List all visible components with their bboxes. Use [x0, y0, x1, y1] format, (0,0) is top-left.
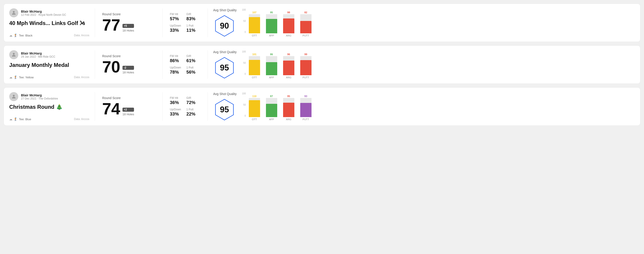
- gir-value: 72%: [186, 100, 197, 105]
- gir-stat: GIR 72%: [186, 96, 197, 105]
- stats-section: FW Hit 86% GIR 61% Up/Down 78% 1 Putt 56…: [163, 50, 208, 79]
- round-score-block: Round Score 70 -2 18 Holes: [102, 54, 134, 75]
- score-section: Round Score 74 +2 18 Holes: [95, 92, 163, 121]
- bar-value-ott: 107: [252, 11, 256, 14]
- bar-group-arg: 95: [282, 95, 296, 117]
- quality-section: Avg Shot Quality 90 100 50 0 107: [208, 8, 635, 37]
- hexagon: 95: [213, 98, 236, 121]
- round-score-label: Round Score: [102, 12, 134, 16]
- score-details: -2 18 Holes: [122, 66, 134, 74]
- tee-info: ☁ 🏌 Tee: Black: [9, 33, 32, 37]
- bar-value-app: 87: [270, 95, 273, 98]
- bar-group-app: 95: [265, 11, 278, 33]
- score-row: 77 +5 18 Holes: [102, 17, 134, 33]
- chart-label-putt: PUTT: [299, 34, 313, 37]
- left-section: Blair McHarg 29 Jan 2022 · Mill Ride GCC…: [9, 50, 95, 79]
- round-title: 40 Mph Winds... Links Golf 🌬: [9, 20, 89, 26]
- score-number: 70: [102, 59, 120, 75]
- fw-hit-value: 36%: [170, 100, 181, 105]
- one-putt-stat: 1 Putt 56%: [186, 66, 197, 75]
- up-down-label: Up/Down: [170, 66, 181, 69]
- up-down-label: Up/Down: [170, 108, 181, 111]
- bar-group-putt: 99: [299, 53, 313, 75]
- date-course: 12 Feb 2022 · Royal North Devon GC: [21, 13, 66, 16]
- quality-section: Avg Shot Quality 95 100 50 0 101: [208, 50, 635, 79]
- chart-label-app: APP: [265, 34, 278, 37]
- date-course: 27 Dec 2021 · The Oxfordshire: [21, 97, 58, 100]
- one-putt-value: 56%: [186, 70, 197, 75]
- gir-label: GIR: [186, 96, 197, 100]
- up-down-value: 33%: [170, 28, 181, 33]
- holes-label: 18 Holes: [122, 113, 134, 116]
- hexagon-score: 90: [220, 21, 229, 31]
- up-down-stat: Up/Down 33%: [170, 108, 181, 117]
- chart-label-app: APP: [265, 76, 278, 79]
- data-source: Data: Arccos: [74, 34, 89, 37]
- gir-label: GIR: [186, 54, 197, 58]
- chart-label-ott: OTT: [248, 34, 261, 37]
- bar-group-app: 86: [265, 53, 278, 75]
- bar-group-ott: 110: [248, 95, 261, 117]
- bottom-info: ☁ 🏌 Tee: Black Data: Arccos: [9, 33, 89, 37]
- chart-label-ott: OTT: [248, 118, 261, 121]
- chart-label-arg: ARG: [282, 34, 296, 37]
- avatar: [9, 92, 18, 101]
- bar-group-ott: 101: [248, 53, 261, 75]
- bag-icon: 🏌: [14, 117, 18, 121]
- tee-label: Tee: Blue: [19, 118, 31, 121]
- score-row: 74 +2 18 Holes: [102, 101, 134, 117]
- score-row: 70 -2 18 Holes: [102, 59, 134, 75]
- one-putt-label: 1 Putt: [186, 108, 197, 111]
- bar-value-arg: 98: [288, 11, 290, 14]
- user-info: Blair McHarg 12 Feb 2022 · Royal North D…: [21, 9, 66, 16]
- user-info: Blair McHarg 29 Jan 2022 · Mill Ride GCC: [21, 51, 55, 58]
- score-number: 74: [102, 101, 120, 117]
- svg-point-0: [13, 11, 15, 13]
- fw-hit-label: FW Hit: [170, 13, 181, 16]
- stats-grid: FW Hit 36% GIR 72% Up/Down 33% 1 Putt 22…: [170, 96, 198, 117]
- svg-point-2: [13, 53, 15, 55]
- round-score-label: Round Score: [102, 96, 134, 100]
- score-section: Round Score 70 -2 18 Holes: [95, 50, 163, 79]
- fw-hit-label: FW Hit: [170, 96, 181, 100]
- y-label-50: 50: [244, 62, 246, 64]
- y-label-0: 0: [244, 115, 246, 117]
- chart-container: 100 50 0 110 87 95: [242, 92, 629, 121]
- round-card-round-2: Blair McHarg 29 Jan 2022 · Mill Ride GCC…: [4, 45, 640, 84]
- up-down-label: Up/Down: [170, 24, 181, 27]
- round-title: Christmas Round 🎄: [9, 104, 89, 110]
- one-putt-stat: 1 Putt 22%: [186, 108, 197, 117]
- stats-grid: FW Hit 86% GIR 61% Up/Down 78% 1 Putt 56…: [170, 54, 198, 75]
- bar-group-app: 87: [265, 95, 278, 117]
- stats-section: FW Hit 57% GIR 83% Up/Down 33% 1 Putt 11…: [163, 8, 208, 37]
- round-card-round-3: Blair McHarg 27 Dec 2021 · The Oxfordshi…: [4, 87, 640, 126]
- up-down-value: 78%: [170, 70, 181, 75]
- bar-value-ott: 110: [252, 95, 256, 98]
- holes-label: 18 Holes: [122, 29, 134, 32]
- bar-value-app: 86: [270, 53, 273, 56]
- one-putt-value: 22%: [186, 112, 197, 117]
- bag-icon: 🏌: [14, 33, 18, 37]
- fw-hit-stat: FW Hit 57%: [170, 13, 181, 21]
- one-putt-label: 1 Putt: [186, 66, 197, 69]
- quality-label: Avg Shot Quality: [213, 92, 236, 96]
- bar-value-app: 95: [270, 11, 273, 14]
- gir-stat: GIR 61%: [186, 54, 197, 63]
- round-card-round-1: Blair McHarg 12 Feb 2022 · Royal North D…: [4, 3, 640, 42]
- bar-group-arg: 98: [282, 11, 296, 33]
- user-header: Blair McHarg 27 Dec 2021 · The Oxfordshi…: [9, 92, 89, 101]
- stats-grid: FW Hit 57% GIR 83% Up/Down 33% 1 Putt 11…: [170, 13, 198, 33]
- user-header: Blair McHarg 29 Jan 2022 · Mill Ride GCC: [9, 50, 89, 59]
- gir-label: GIR: [186, 13, 197, 16]
- fw-hit-value: 57%: [170, 16, 181, 21]
- date-course: 29 Jan 2022 · Mill Ride GCC: [21, 55, 55, 58]
- chart-label-ott: OTT: [248, 76, 261, 79]
- data-source: Data: Arccos: [74, 76, 89, 79]
- chart-label-arg: ARG: [282, 118, 296, 121]
- fw-hit-label: FW Hit: [170, 54, 181, 58]
- up-down-value: 33%: [170, 112, 181, 117]
- bottom-info: ☁ 🏌 Tee: Blue Data: Arccos: [9, 117, 89, 121]
- bar-group-ott: 107: [248, 11, 261, 33]
- y-label-0: 0: [244, 73, 246, 75]
- bottom-info: ☁ 🏌 Tee: Yellow Data: Arccos: [9, 75, 89, 79]
